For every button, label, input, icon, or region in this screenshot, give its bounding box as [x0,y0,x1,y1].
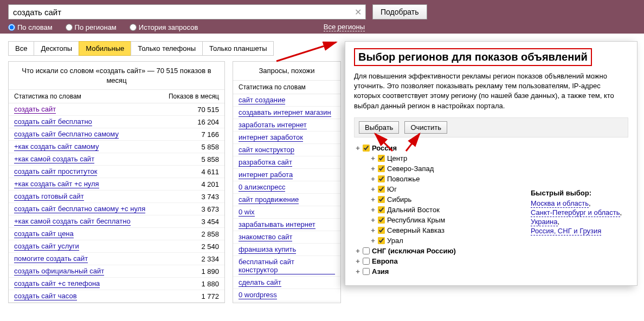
keyword-link[interactable]: создать официальный сайт [14,267,104,276]
keyword-link[interactable]: сайт создание [239,96,285,104]
keyword-link[interactable]: создать сайт бесплатно [14,117,92,126]
tree-item[interactable]: +Азия [354,266,628,277]
table-row: создать сайт цена2 858 [9,228,224,240]
region-popup: Выбор регионов для показов объявлений Дл… [345,41,637,286]
expand-icon[interactable]: + [354,257,362,265]
checkbox[interactable] [363,268,370,275]
table-row: разработка сайт [233,156,340,169]
keyword-link[interactable]: интернет работа [239,171,293,179]
radio-history[interactable]: История запросов [130,23,198,31]
tab-desktops[interactable]: Десктопы [34,41,79,56]
submit-button[interactable]: Подобрать [372,4,427,19]
checkbox[interactable] [378,165,385,172]
keyword-link[interactable]: 0 алиэкспресс [239,183,285,192]
keyword-link[interactable]: франшиза купить [239,245,296,254]
keyword-link[interactable]: +как создать сайт +с нуля [14,180,99,188]
expand-icon[interactable]: + [354,267,362,276]
expand-icon[interactable]: + [354,144,362,152]
keyword-link[interactable]: создать сайт бесплатно самому [14,130,119,139]
tab-all[interactable]: Все [8,41,34,56]
keyword-link[interactable]: создавать интернет магазин [239,108,331,117]
checkbox[interactable] [378,206,385,213]
expand-icon[interactable]: + [369,185,377,193]
count: 5 858 [201,155,219,163]
keyword-link[interactable]: разработка сайт [239,158,292,167]
table-row: +как создать сайт +с нуля4 201 [9,178,224,191]
tree-item[interactable]: +Центр [369,153,628,163]
expand-icon[interactable]: + [369,195,377,204]
keyword-link[interactable]: создать сайт [14,105,56,114]
keyword-link[interactable]: сайт продвижение [239,195,299,204]
expand-icon[interactable]: + [369,154,377,162]
keyword-link[interactable]: +как создать сайт самому [14,142,99,151]
checkbox[interactable] [363,258,370,265]
checkbox[interactable] [378,217,385,224]
popup-description: Для повышения эффективности рекламы реги… [354,71,628,111]
tree-item-russia[interactable]: + Россия [354,143,628,153]
tab-mobile[interactable]: Мобильные [79,41,131,56]
popup-title: Выбор регионов для показов объявлений [354,48,592,66]
keyword-link[interactable]: +как самой создать сайт бесплатно [14,217,131,226]
quick-link[interactable]: Санкт-Петербург и область [531,208,620,217]
expand-icon[interactable]: + [369,206,377,214]
keyword-link[interactable]: создать сайт бесплатно самому +с нуля [14,205,145,213]
expand-icon[interactable]: + [354,247,362,255]
keyword-link[interactable]: бесплатный сайт конструктор [239,258,335,274]
tree-item[interactable]: +Северо-Запад [369,163,628,174]
clear-button[interactable]: Очистить [404,121,447,134]
expand-icon[interactable]: + [369,216,377,224]
count: 3 673 [201,205,219,213]
keyword-link[interactable]: сайт конструктор [239,146,294,154]
tab-phones[interactable]: Только телефоны [131,41,203,56]
table-row: создать сайт проституток4 611 [9,166,224,178]
quick-link[interactable]: Россия, СНГ и Грузия [531,227,601,235]
popup-button-bar: Выбрать Очистить [354,117,628,137]
keyword-link[interactable]: создать сайт часов [14,292,77,300]
checkbox[interactable] [378,175,385,182]
keyword-link[interactable]: 0 wix [239,208,255,217]
quick-link[interactable]: Украина [531,218,558,226]
tab-tablets[interactable]: Только планшеты [202,41,274,56]
checkbox[interactable] [378,237,385,244]
keyword-link[interactable]: создать сайт цена [14,230,74,238]
checkbox[interactable] [378,186,385,193]
keyword-link[interactable]: создать сайт услуги [14,242,79,251]
tree-item[interactable]: +Европа [354,256,628,266]
expand-icon[interactable]: + [369,226,377,234]
tree-item[interactable]: +Поволжье [369,174,628,184]
keyword-link[interactable]: помогите создать сайт [14,254,88,263]
keyword-link[interactable]: знакомство сайт [239,233,292,241]
tree-item[interactable]: +Урал [369,235,628,246]
quick-link[interactable]: Москва и область [531,199,589,208]
checkbox[interactable] [363,247,370,254]
keyword-link[interactable]: зарабатывать интернет [239,220,315,229]
keyword-link[interactable]: 0 wordpress [239,291,277,299]
keyword-link[interactable]: заработать интернет [239,121,307,129]
keyword-link[interactable]: сделать сайт [239,278,281,287]
checkbox[interactable] [378,227,385,234]
table-row: создать сайт бесплатно самому7 166 [9,128,224,141]
keyword-link[interactable]: интернет заработок [239,133,303,142]
expand-icon[interactable]: + [369,175,377,183]
count: 7 166 [201,130,219,139]
count: 16 204 [197,118,219,126]
checkbox[interactable] [363,145,370,152]
table-row: помогите создать сайт2 334 [9,253,224,265]
keyword-link[interactable]: создать сайт проституток [14,167,97,176]
checkbox[interactable] [378,155,385,162]
expand-icon[interactable]: + [369,237,377,245]
left-column: Что искали со словом «создать сайт» — 70… [8,61,225,303]
keyword-link[interactable]: создать сайт +с телефона [14,279,100,288]
select-button[interactable]: Выбрать [359,121,399,134]
radio-regions[interactable]: По регионам [66,23,117,31]
quick-title: Быстрый выбор: [531,189,628,197]
tree-item[interactable]: +СНГ (исключая Россию) [354,246,628,256]
keyword-link[interactable]: +как самой создать сайт [14,155,94,163]
clear-icon[interactable]: ✕ [353,7,363,17]
keyword-link[interactable]: создать готовый сайт [14,192,84,201]
all-regions-link[interactable]: Все регионы [324,23,365,31]
search-input[interactable] [8,4,366,19]
checkbox[interactable] [378,196,385,203]
radio-words[interactable]: По словам [8,23,53,31]
expand-icon[interactable]: + [369,165,377,173]
